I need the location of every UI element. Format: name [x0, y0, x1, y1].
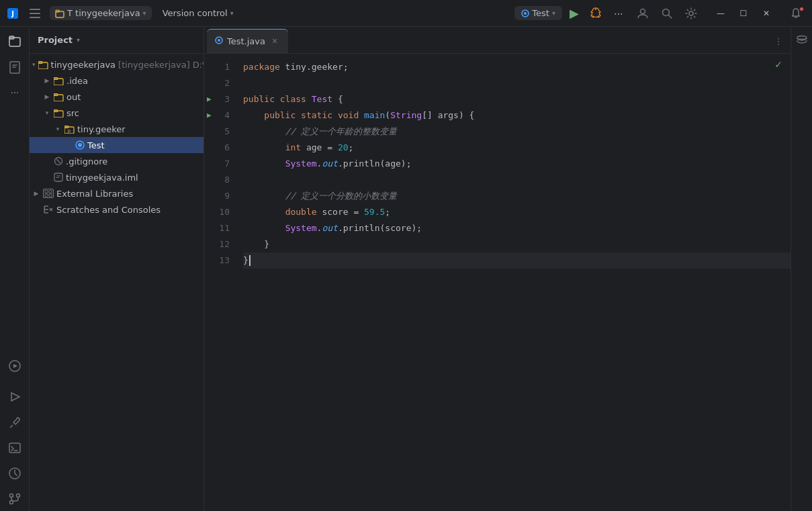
right-sidebar [791, 27, 812, 511]
tabs-menu-button[interactable]: ⋮ [769, 32, 788, 50]
clock-icon[interactable] [3, 461, 27, 485]
run-gutter-icon-3[interactable]: ▶ [207, 91, 212, 107]
svg-rect-4 [30, 17, 40, 18]
gutter-line-11: 11 [204, 220, 238, 236]
project-switcher[interactable]: T tinygeekerjava ▾ [50, 6, 152, 20]
expand-idea-icon: ▶ [43, 77, 51, 84]
tree-item-root[interactable]: ▾ tinygeekerjava [tinygeekerjava] D:\ [30, 56, 204, 73]
more-actions-button[interactable]: ⋯ [608, 4, 629, 23]
title-bar: J T tinygeekerjava ▾ Version control ▾ T… [0, 0, 812, 27]
svg-point-40 [78, 143, 82, 147]
run-gutter-icon-4[interactable]: ▶ [207, 107, 212, 124]
tab-test-java[interactable]: Test.java ✕ [207, 29, 288, 53]
tree-item-scratches[interactable]: Scratches and Consoles [30, 201, 204, 218]
tree-item-test-label: Test [87, 140, 105, 150]
title-bar-right: Test ▾ ▶ ⋯ — ☐ ✕ [514, 4, 807, 23]
close-button[interactable]: ✕ [756, 4, 777, 23]
more-tools-icon[interactable]: ··· [3, 81, 27, 105]
file-tree: ▾ tinygeekerjava [tinygeekerjava] D:\ ▶ … [30, 54, 204, 511]
gutter-line-8: 8 [204, 172, 238, 188]
tab-close-button[interactable]: ✕ [269, 36, 280, 47]
tree-item-ext-libs[interactable]: ▶ External Libraries [30, 185, 204, 201]
code-line-11: System.out.println(score); [243, 220, 791, 236]
profile-button[interactable] [632, 4, 653, 23]
svg-rect-2 [30, 9, 40, 10]
version-control-label: Version control [163, 8, 228, 18]
expand-src-icon: ▾ [43, 109, 51, 116]
tab-label: Test.java [227, 36, 265, 46]
svg-point-9 [595, 8, 596, 9]
code-content[interactable]: package tiny.geeker; public class Test {… [238, 54, 791, 511]
editor-tabs: Test.java ✕ ⋮ [204, 27, 791, 54]
notifications-button[interactable] [785, 4, 807, 23]
tree-item-idea-label: .idea [66, 76, 88, 86]
expand-root-icon: ▾ [32, 61, 36, 68]
svg-rect-48 [49, 191, 52, 193]
line-num-12: 12 [219, 236, 230, 252]
tree-item-iml[interactable]: tinygeekjava.iml [30, 169, 204, 185]
run-configuration[interactable]: Test ▾ [514, 6, 562, 20]
project-panel: Project ▾ ▾ tinygeekerjava [tinygeekerja… [30, 27, 204, 511]
svg-point-13 [689, 11, 693, 15]
svg-point-25 [9, 494, 13, 498]
project-name-label: T tinygeekerjava [67, 8, 140, 18]
tree-item-src[interactable]: ▾ src [30, 105, 204, 121]
project-chevron-icon: ▾ [143, 9, 146, 17]
line-num-13: 13 [219, 252, 230, 269]
line-num-9: 9 [224, 188, 230, 204]
tree-item-root-label: tinygeekerjava [51, 60, 116, 70]
app-logo[interactable]: J [5, 6, 20, 21]
left-sidebar-icons: ··· [0, 27, 30, 511]
tree-item-tiny-geeker[interactable]: ▾ p tiny.geeker [30, 121, 204, 137]
project-panel-header: Project ▾ [30, 27, 204, 54]
svg-point-10 [641, 9, 645, 13]
expand-out-icon: ▶ [43, 93, 51, 100]
database-icon[interactable] [794, 32, 810, 48]
code-line-4: public static void main(String[] args) { [243, 107, 791, 124]
gutter-line-3: ▶ 3 [204, 91, 238, 107]
tree-item-gitignore[interactable]: .gitignore [30, 153, 204, 169]
debug-button[interactable] [586, 4, 605, 23]
line-num-5: 5 [224, 124, 230, 140]
settings-button[interactable] [680, 4, 702, 23]
svg-marker-20 [13, 364, 17, 368]
tree-item-test[interactable]: Test [30, 137, 204, 153]
run-button[interactable]: ▶ [565, 4, 584, 23]
minimize-button[interactable]: — [710, 4, 731, 23]
project-header-chevron-icon: ▾ [77, 36, 80, 44]
svg-line-12 [669, 15, 672, 18]
tree-item-idea[interactable]: ▶ .idea [30, 73, 204, 89]
line-num-2: 2 [224, 75, 230, 91]
svg-rect-50 [49, 194, 52, 197]
tree-item-root-brackets: [tinygeekerjava] [118, 60, 190, 70]
run-config-chevron-icon: ▾ [552, 9, 555, 17]
bookmarks-icon[interactable] [3, 55, 27, 79]
code-line-9: // 定义一个分数的小数变量 [243, 188, 791, 204]
window-controls: — ☐ ✕ [710, 4, 777, 23]
project-view-icon[interactable] [3, 30, 27, 54]
code-editor[interactable]: 1 2 ▶ 3 ▶ 4 5 6 7 8 9 10 11 12 13 [204, 54, 791, 511]
svg-rect-22 [9, 443, 20, 453]
run-config-label: Test [532, 8, 549, 18]
project-label: Project [38, 35, 73, 45]
tree-item-out[interactable]: ▶ out [30, 89, 204, 105]
terminal-icon[interactable] [3, 436, 27, 460]
build-icon[interactable] [3, 410, 27, 434]
run-bottom-icon[interactable] [3, 385, 27, 409]
search-button[interactable] [656, 4, 678, 23]
version-control-button[interactable]: Version control ▾ [157, 6, 239, 20]
tree-item-src-label: src [66, 108, 79, 118]
tree-item-root-path: D:\ [193, 60, 204, 70]
gutter-line-10: 10 [204, 204, 238, 220]
tree-item-package-label: tiny.geeker [77, 124, 126, 134]
run-configs-bottom-icon[interactable] [3, 354, 27, 378]
git-bottom-icon[interactable] [3, 487, 27, 511]
line-num-7: 7 [224, 156, 230, 172]
code-line-6: int age = 20; [243, 140, 791, 156]
hamburger-menu-button[interactable] [26, 4, 44, 23]
line-num-10: 10 [219, 204, 230, 220]
maximize-button[interactable]: ☐ [733, 4, 754, 23]
line-num-11: 11 [219, 220, 230, 236]
code-line-13: } [243, 252, 791, 269]
code-line-1: package tiny.geeker; [243, 59, 791, 75]
